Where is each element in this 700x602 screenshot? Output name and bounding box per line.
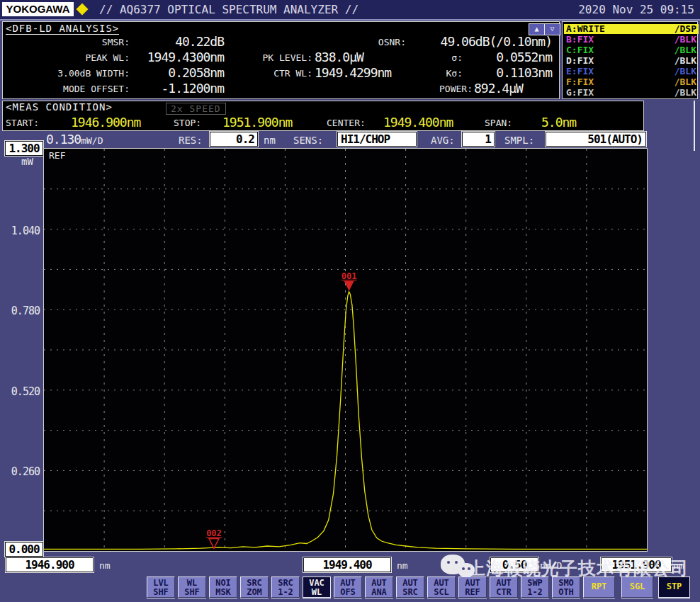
start-value: 1946.900nm [71, 115, 140, 130]
dfb-ld-analysis-panel: <DFB-LD ANALYSIS> ▲ ▽ SMSR: 40.22dB OSNR… [2, 21, 560, 99]
softkey-aut-ana[interactable]: AUTANA [365, 577, 393, 598]
ctr-wl-value: 1949.4299nm [315, 65, 391, 80]
marker-002-label: 002 [206, 528, 222, 538]
start-label: START: [6, 118, 39, 128]
watermark-text: 上海筱晓光子技术有限公司 [468, 557, 689, 580]
y-tick-label: 0.520 [0, 385, 40, 398]
smpl-field[interactable]: 501(AUTO) [546, 132, 646, 147]
meas-condition-panel: <MEAS CONDITION> 2x SPEED START: 1946.90… [2, 101, 644, 131]
triangle-up-icon: ▲ [534, 25, 538, 33]
x-start-unit: nm [99, 560, 111, 571]
x-center-unit: nm [397, 560, 408, 571]
center-label: CENTER: [327, 118, 366, 128]
span-label: SPAN: [485, 118, 512, 128]
stop-label: STOP: [174, 118, 201, 128]
y-unit: mW [21, 156, 33, 167]
softkey-src-zom[interactable]: SRCZOM [240, 577, 269, 598]
marker-001-icon [344, 281, 354, 291]
y-zero-box: 0.000 [5, 542, 43, 557]
center-value: 1949.400nm [383, 115, 453, 130]
span-value: 5.0nm [541, 115, 576, 130]
width-value: 0.2058nm [111, 65, 224, 80]
spectrum-chart: 001002 [44, 149, 647, 551]
peak-wl-value: 1949.4300nm [111, 50, 224, 64]
trace-row-c[interactable]: C:FIX/BLK [564, 45, 699, 55]
level-scale: 0.130mW/D [46, 132, 103, 147]
smpl-label: SMPL: [504, 135, 534, 146]
trace-row-b[interactable]: B:FIX/BLK [564, 35, 699, 45]
marker-001-label: 001 [341, 271, 357, 281]
softkey-wl-shf[interactable]: WLSHF [178, 577, 206, 598]
trace-row-d[interactable]: D:FIX/BLK [564, 56, 699, 66]
mode-offset-value: -1.1200nm [111, 81, 224, 96]
app-title: // AQ6377 OPTICAL SPECTRUM ANALYZER // [99, 3, 359, 16]
ksigma-value: 0.1103nm [446, 65, 552, 80]
osnr-value: 49.06dB(/0.10nm) [410, 34, 552, 49]
smsr-value: 40.22dB [111, 34, 224, 49]
title-bar: YOKOGAWA // AQ6377 OPTICAL SPECTRUM ANAL… [0, 0, 700, 21]
y-ref-box[interactable]: 1.300 [5, 141, 43, 156]
power-value: 892.4µW [474, 81, 523, 96]
trace-status-panel: A:WRITE/DSP B:FIX/BLK C:FIX/BLK D:FIX/BL… [562, 21, 698, 99]
softkey-noi-msk[interactable]: NOIMSK [209, 577, 237, 598]
trace-row-a[interactable]: A:WRITE/DSP [564, 24, 699, 34]
y-tick-label: 1.040 [0, 225, 40, 237]
avg-field[interactable]: 1 [462, 132, 495, 147]
x-start-box[interactable]: 1946.900 [6, 557, 94, 572]
sens-label: SENS: [293, 135, 323, 146]
yokogawa-logo: YOKOGAWA [2, 2, 74, 16]
trace-row-g[interactable]: G:FIX/BLK [564, 88, 699, 98]
trace-row-f[interactable]: F:FIX/BLK [564, 77, 699, 87]
stop-value: 1951.900nm [222, 115, 292, 130]
softkey-lvl-shf[interactable]: LVLSHF [147, 577, 175, 598]
ctr-wl-label: CTR WL: [235, 68, 312, 79]
sens-field[interactable]: HI1/CHOP [337, 132, 417, 147]
ref-label: REF [49, 150, 65, 161]
res-label: RES: [179, 135, 203, 146]
analysis-title: <DFB-LD ANALYSIS> [6, 23, 119, 35]
softkey-aut-ofs[interactable]: AUTOFS [334, 577, 362, 598]
pk-level-value: 838.0µW [315, 50, 363, 64]
osnr-label: OSNR: [320, 37, 406, 47]
softkey-src-1-2[interactable]: SRC1-2 [271, 577, 300, 598]
power-label: POWER: [397, 84, 473, 94]
softkey-vac-wl[interactable]: VACWL [303, 577, 331, 598]
pk-level-label: PK LEVEL: [235, 52, 312, 63]
speed-badge: 2x SPEED [166, 103, 226, 115]
res-unit: nm [264, 135, 276, 146]
sigma-value: 0.0552nm [446, 50, 552, 64]
softkey-aut-src[interactable]: AUTSRC [396, 577, 424, 598]
meas-title: <MEAS CONDITION> [6, 101, 113, 113]
y-tick-label: 0.780 [0, 305, 40, 317]
x-center-box[interactable]: 1949.400 [303, 557, 391, 572]
res-field[interactable]: 0.2 [210, 132, 258, 147]
triangle-down-icon: ▽ [550, 25, 554, 33]
spectrum-plot[interactable]: REF 001002 [43, 148, 648, 552]
avg-label: AVG: [431, 135, 455, 146]
y-tick-label: 0.260 [0, 465, 40, 478]
datetime: 2020 Nov 25 09:15 [578, 3, 694, 16]
sweep-position-marker [694, 101, 695, 151]
yokogawa-diamond-icon [77, 4, 89, 16]
osa-screen: YOKOGAWA // AQ6377 OPTICAL SPECTRUM ANAL… [0, 0, 700, 602]
trace-row-e[interactable]: E:FIX/BLK [564, 67, 699, 76]
